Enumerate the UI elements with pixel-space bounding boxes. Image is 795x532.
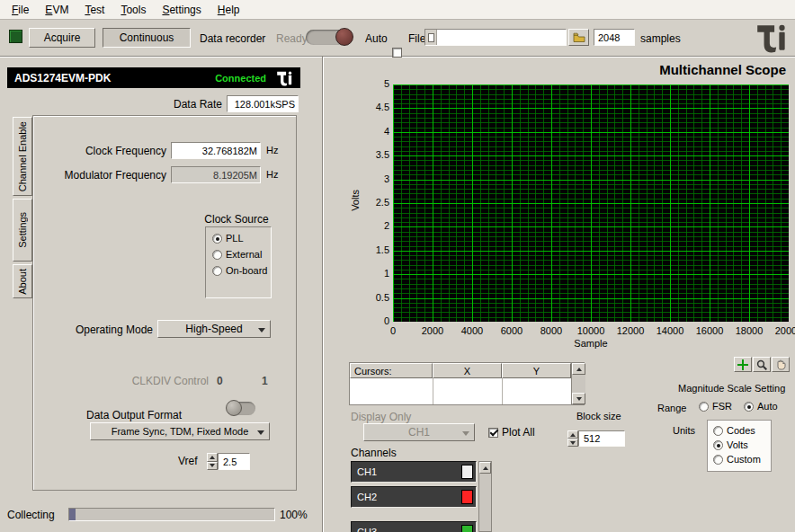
channel-label: CH3: [352, 527, 377, 532]
operating-mode-select[interactable]: High-Speed: [157, 320, 271, 338]
crosshair-icon: [737, 359, 748, 370]
panel-divider: [322, 57, 324, 532]
menu-bar: File EVM Test Tools Settings Help: [0, 0, 795, 20]
x-tick: 16000: [690, 325, 729, 336]
x-tick: 10000: [571, 325, 611, 336]
up-arrow-icon: [576, 368, 582, 371]
modulator-frequency-field: 8.19205M: [171, 166, 261, 183]
radio-icon: [744, 402, 754, 412]
menu-item-test[interactable]: Test: [76, 0, 112, 20]
browse-button[interactable]: [568, 29, 589, 46]
acquisition-led: [9, 30, 22, 43]
radio-external[interactable]: External: [212, 249, 262, 260]
vref-field[interactable]: 2.5: [218, 453, 250, 470]
radio-volts-label: Volts: [727, 439, 748, 450]
toggle-knob-icon: [335, 28, 353, 46]
chevron-down-icon: [462, 431, 469, 436]
application-window: File EVM Test Tools Settings Help Acquir…: [0, 0, 795, 532]
recorder-ready-label: Ready: [276, 32, 308, 45]
data-output-format-value: Frame Sync, TDM, Fixed Mode: [112, 426, 249, 437]
scroll-down-button[interactable]: [572, 393, 585, 404]
cursor-col-header: Cursors:: [350, 363, 433, 378]
menu-item-file[interactable]: File: [4, 0, 37, 20]
data-rate-value: 128.001kSPS: [228, 99, 298, 110]
cursor-y-header: Y: [502, 363, 571, 378]
radio-onboard[interactable]: On-board: [212, 265, 267, 276]
radio-pll[interactable]: PLL: [212, 233, 244, 244]
channel-color-swatch[interactable]: [461, 525, 473, 532]
channel-color-swatch[interactable]: [461, 490, 473, 504]
channel-row-ch1[interactable]: CH1: [351, 461, 477, 483]
block-size-value: 512: [579, 433, 600, 444]
data-recorder-toggle[interactable]: [306, 30, 353, 45]
block-size-stepper[interactable]: [567, 430, 578, 447]
plot-all-checkbox[interactable]: [488, 428, 498, 438]
acquire-button[interactable]: Acquire: [29, 28, 95, 48]
x-tick: 20000: [769, 325, 795, 336]
graph-pan-button[interactable]: [772, 357, 790, 372]
radio-icon: [713, 455, 723, 465]
radio-custom[interactable]: Custom: [713, 454, 761, 465]
display-channel-select: CH1: [363, 423, 475, 441]
graph-zoom-button[interactable]: [753, 357, 771, 372]
menu-item-settings[interactable]: Settings: [154, 0, 209, 20]
modulator-frequency-label: Modulator Frequency: [57, 169, 166, 182]
x-tick: 4000: [452, 325, 492, 336]
vref-stepper[interactable]: [207, 453, 218, 470]
clock-frequency-label: Clock Frequency: [79, 145, 166, 157]
zoom-icon: [756, 359, 767, 370]
decrement-icon[interactable]: [567, 439, 578, 447]
radio-auto[interactable]: Auto: [744, 401, 778, 412]
data-output-format-select[interactable]: Frame Sync, TDM, Fixed Mode: [90, 422, 270, 440]
clock-frequency-field[interactable]: 32.768182M: [171, 142, 261, 159]
display-channel-value: CH1: [408, 426, 430, 439]
x-tick: 0: [373, 325, 413, 336]
data-rate-field[interactable]: 128.001kSPS: [227, 95, 299, 112]
menu-item-tools[interactable]: Tools: [112, 0, 154, 20]
channel-row-ch2[interactable]: CH2: [351, 486, 477, 508]
plot-all-checkbox-row[interactable]: Plot All: [488, 426, 535, 439]
x-tick: 6000: [492, 325, 531, 336]
channel-color-swatch[interactable]: [461, 465, 473, 479]
increment-icon[interactable]: [207, 453, 218, 462]
menu-item-help[interactable]: Help: [210, 0, 248, 20]
decrement-icon[interactable]: [207, 462, 218, 471]
y-tick: 4.5: [359, 102, 389, 112]
scroll-up-button[interactable]: [572, 363, 585, 375]
data-output-format-label: Data Output Format: [86, 409, 182, 421]
collecting-progress-bar: [68, 508, 275, 521]
samples-field[interactable]: 2048: [594, 29, 635, 46]
graph-cursor-button[interactable]: [734, 357, 752, 372]
acquire-button-label: Acquire: [44, 31, 81, 44]
increment-icon[interactable]: [567, 430, 578, 439]
channel-row-ch3[interactable]: CH3: [351, 521, 477, 532]
scroll-up-button[interactable]: [479, 462, 491, 474]
block-size-field[interactable]: 512: [578, 430, 625, 447]
radio-icon: [212, 234, 222, 244]
modulator-frequency-value: 8.19205M: [172, 170, 260, 181]
samples-value: 2048: [594, 32, 620, 43]
tab-about-label: About: [17, 269, 28, 295]
file-path-field[interactable]: [424, 29, 567, 46]
auto-checkbox[interactable]: [392, 48, 402, 58]
menu-item-evm[interactable]: EVM: [37, 0, 76, 20]
scope-title: Multichannel Scope: [558, 62, 786, 77]
radio-volts[interactable]: Volts: [713, 439, 748, 450]
radio-fsr[interactable]: FSR: [699, 401, 732, 412]
tab-about[interactable]: About: [13, 264, 32, 298]
collecting-percent: 100%: [280, 509, 308, 521]
radio-codes-label: Codes: [727, 425, 755, 436]
channels-scrollbar[interactable]: [478, 461, 492, 532]
y-tick: 3.5: [359, 149, 389, 160]
tab-channel-enable[interactable]: Channel Enable: [13, 117, 32, 196]
cursor-legend-scrollbar[interactable]: [571, 363, 585, 404]
tab-settings[interactable]: Settings: [13, 199, 32, 262]
samples-label: samples: [640, 32, 681, 45]
cursor-y-label: Y: [533, 366, 540, 377]
continuous-button[interactable]: Continuous: [103, 28, 191, 48]
scope-plot[interactable]: [393, 84, 789, 322]
clkdiv-right-label: 1: [262, 375, 268, 387]
cell-divider: [433, 378, 433, 404]
radio-codes[interactable]: Codes: [713, 425, 755, 436]
modulator-frequency-unit: Hz: [266, 169, 278, 180]
